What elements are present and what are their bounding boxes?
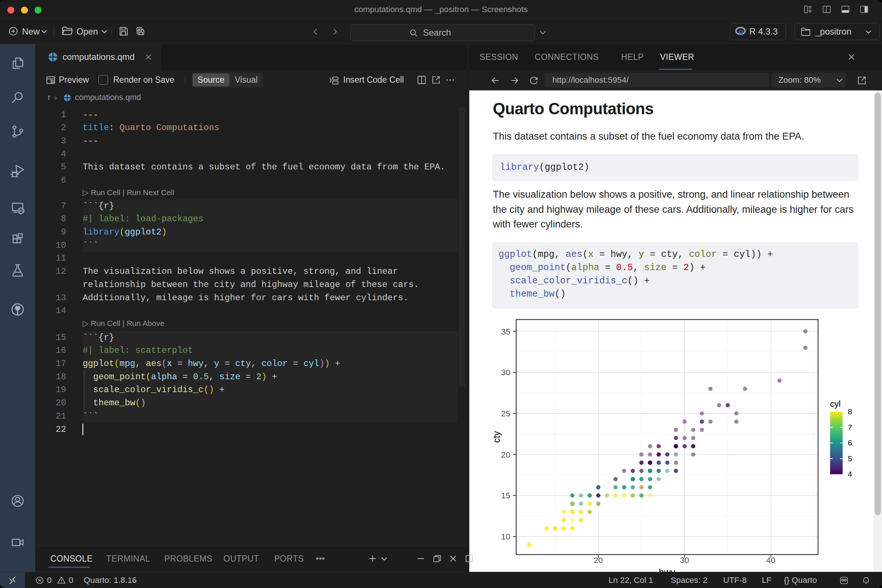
svg-text:35: 35	[501, 327, 510, 336]
svg-text:cty: cty	[491, 431, 502, 443]
svg-text:15: 15	[501, 491, 510, 500]
svg-text:40: 40	[766, 556, 776, 565]
svg-text:6: 6	[848, 438, 852, 447]
svg-text:5: 5	[848, 454, 852, 463]
svg-text:10: 10	[501, 532, 510, 542]
svg-text:30: 30	[680, 556, 689, 565]
svg-text:cyl: cyl	[830, 399, 841, 409]
svg-text:30: 30	[501, 368, 510, 377]
svg-text:R: R	[738, 28, 744, 36]
svg-text:4: 4	[848, 470, 852, 478]
svg-text:7: 7	[848, 423, 852, 432]
svg-text:hwy: hwy	[659, 567, 675, 572]
svg-text:25: 25	[501, 409, 510, 418]
svg-text:20: 20	[501, 450, 510, 459]
svg-text:8: 8	[848, 407, 852, 416]
svg-text:20: 20	[594, 556, 603, 565]
